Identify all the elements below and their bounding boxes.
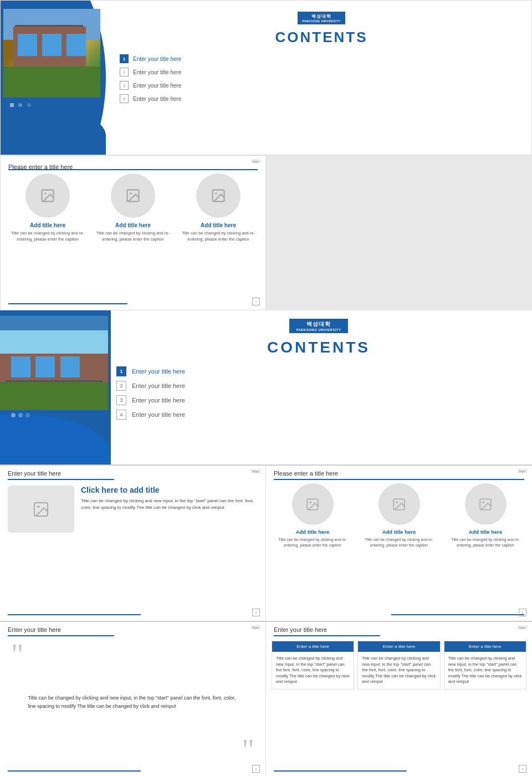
- contents-num-4: 4: [120, 94, 129, 103]
- col-2-body: Title can be changed by clicking and new…: [358, 652, 439, 689]
- col-1: Enter a title here Title can be changed …: [272, 641, 354, 690]
- cards-container: Add title here Title can be changed by c…: [7, 173, 259, 297]
- item-text-3: Enter your title here: [132, 397, 185, 404]
- click-title[interactable]: Click here to add title: [81, 486, 258, 494]
- slide-three-cols: Enter your title here logo Enter a title…: [266, 622, 532, 776]
- building-area: [0, 316, 108, 410]
- cols-bottom-line: [274, 770, 407, 772]
- layout: 백성대학 PAEKSONG UNIVERSITY CONTENTS 1 Ente…: [0, 310, 532, 776]
- card-2-desc: Title can be changed by clicking and re-…: [93, 231, 173, 242]
- contents-item-3[interactable]: 3 Enter your title here: [120, 81, 523, 90]
- card-3-img: [465, 483, 507, 525]
- slide-3-header: Enter your title here: [8, 470, 61, 477]
- c3-title[interactable]: Add title here: [469, 529, 503, 535]
- slide-three-images: Please enter a title here logo Add title…: [0, 155, 266, 310]
- col-3: Enter a title here Title can be changed …: [444, 641, 526, 690]
- col-1-header[interactable]: Enter a title here: [272, 641, 354, 652]
- card-1: Add title here Title can be changed by c…: [272, 483, 354, 548]
- logo-area: 백성대학 PAEKSONG UNIVERSITY: [116, 319, 521, 333]
- item-3[interactable]: 3 Enter your title here: [116, 395, 521, 405]
- slide-1-contents: 백성대학 PAEKSONG UNIVERSITY CONTENTS 1 Ente…: [0, 310, 532, 466]
- open-quote: ": [11, 644, 23, 666]
- close-quote: ": [242, 739, 254, 761]
- svg-point-13: [483, 501, 484, 503]
- quote-header: Enter your title here: [8, 626, 61, 633]
- body-text: Title can be changed by clicking and new…: [81, 498, 258, 511]
- card-2-img: [378, 483, 420, 525]
- logo-main-text: 백성대학: [296, 320, 341, 328]
- contents-item-1[interactable]: 1 Enter your title here: [120, 54, 523, 63]
- item-4[interactable]: 4 Enter your title here: [116, 410, 521, 420]
- slide-2-header: Please enter a title here: [274, 470, 338, 477]
- item-num-1: 1: [116, 366, 126, 376]
- logo-3: logo: [250, 469, 261, 473]
- logo-box: 백성대학 PAEKSONG UNIVERSITY: [289, 319, 347, 333]
- card-2-title[interactable]: Add title here: [115, 222, 151, 228]
- quote-logo: logo: [250, 625, 261, 630]
- svg-point-11: [396, 501, 398, 503]
- svg-point-1: [44, 192, 47, 195]
- slide-contents: 백성대학 PAEKSONG UNIVERSITY CONTENTS 1 Ente…: [0, 0, 532, 155]
- slide-header: Please enter a title here: [1, 160, 265, 170]
- item-2[interactable]: 2 Enter your title here: [116, 381, 521, 391]
- item-text-1: Enter your title here: [132, 368, 185, 375]
- cols-container: Enter a title here Title can be changed …: [272, 641, 526, 690]
- svg-point-7: [37, 506, 39, 508]
- nav-arrow-3[interactable]: ›: [252, 609, 260, 616]
- slide-title: Please enter a title here: [8, 164, 73, 170]
- bottom-line-3: [8, 614, 141, 615]
- quote-text: Title can be changed by clicking and new…: [28, 694, 237, 711]
- item-text-2: Enter your title here: [132, 382, 185, 389]
- card-2: Add title here Title can be changed by c…: [358, 483, 440, 548]
- col-3-header[interactable]: Enter a title here: [444, 641, 526, 652]
- quote-bottom-line: [8, 770, 141, 772]
- nav-arrow-2[interactable]: ›: [519, 609, 526, 616]
- row-3: Enter your title here logo " Title can b…: [0, 622, 532, 776]
- item-num-3: 3: [116, 395, 126, 405]
- decoration-dots: [9, 100, 32, 110]
- c2-desc: Title can be changed by clicking and re-…: [358, 537, 440, 548]
- contents-item-text-2: Enter your title here: [133, 69, 181, 75]
- col-2-header[interactable]: Enter a title here: [358, 641, 439, 652]
- contents-item-2[interactable]: 2 Enter your title here: [120, 68, 523, 76]
- nav-arrow-cols[interactable]: ›: [519, 765, 526, 773]
- svg-point-5: [215, 192, 217, 195]
- c1-desc: Title can be changed by clicking and re-…: [272, 537, 354, 548]
- contents-item-4[interactable]: 4 Enter your title here: [120, 94, 523, 103]
- card-3-title[interactable]: Add title here: [201, 222, 236, 228]
- decorative-dots: [11, 413, 30, 417]
- logo-subtitle: PAEKSONG UNIVERSITY: [302, 19, 340, 23]
- card-2-icon: [392, 497, 406, 512]
- contents-right-panel: 백성대학 PAEKSONG UNIVERSITY CONTENTS 1 Ente…: [111, 1, 531, 155]
- card-1-img: [292, 483, 334, 525]
- contents-title: CONTENTS: [120, 29, 523, 46]
- quote-accent: [8, 635, 114, 636]
- image-card-3: Add title here Title can be changed by c…: [178, 173, 259, 297]
- item-1[interactable]: 1 Enter your title here: [116, 366, 521, 376]
- nav-arrow[interactable]: ›: [252, 298, 260, 305]
- svg-point-9: [310, 501, 311, 503]
- slide-img-text: Enter your title here logo Click here to…: [0, 466, 266, 621]
- card-1-title[interactable]: Add title here: [30, 222, 65, 228]
- c1-title[interactable]: Add title here: [296, 529, 330, 535]
- logo-box: 백성대학 PAEKSONG UNIVERSITY: [298, 12, 345, 24]
- card-1-icon: [305, 497, 320, 512]
- image-icon-1: [40, 188, 55, 203]
- cards-row: Add title here Title can be changed by c…: [272, 483, 526, 548]
- image-placeholder-icon: [32, 501, 50, 518]
- nav-arrow-quote[interactable]: ›: [252, 765, 260, 773]
- c2-title[interactable]: Add title here: [382, 529, 416, 535]
- contents-num-3: 3: [120, 81, 129, 90]
- item-num-4: 4: [116, 410, 126, 420]
- bottom-wave: [0, 415, 111, 464]
- image-icon-2: [125, 188, 141, 203]
- slide-left-panel: [1, 1, 106, 155]
- item-num-2: 2: [116, 381, 126, 391]
- university-logo: 백성대학 PAEKSONG UNIVERSITY: [120, 12, 523, 24]
- card-1-desc: Title can be changed by clicking and re-…: [7, 231, 88, 242]
- c3-desc: Title can be changed by clicking and re-…: [444, 537, 526, 548]
- cols-logo: logo: [517, 625, 528, 630]
- col-2: Enter a title here Title can be changed …: [357, 641, 440, 690]
- card-3: Add title here Title can be changed by c…: [444, 483, 526, 548]
- contents-item-text-3: Enter your title here: [133, 83, 181, 89]
